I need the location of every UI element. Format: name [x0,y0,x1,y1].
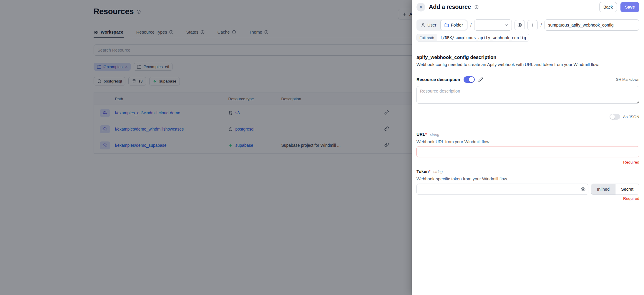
url-label: URL [416,132,425,137]
inlined-option[interactable]: Inlined [591,184,615,195]
info-icon [474,5,479,9]
url-help-text: Webhook URL from your Windmill flow. [416,139,639,144]
eye-icon [517,23,522,27]
secret-option[interactable]: Secret [615,184,639,195]
as-json-toggle[interactable] [610,114,620,120]
token-help-text: Webhook-specific token from your Windmil… [416,177,639,181]
owner-user-option[interactable]: User [417,20,440,30]
token-field-section: Token* string Webhook-specific token fro… [416,169,639,201]
add-resource-drawer: × Add a resource Back Save User Folder [412,0,644,295]
markdown-note: GH Markdown [616,78,639,82]
folder-select[interactable] [474,19,512,31]
drawer-title: Add a resource [429,4,471,10]
app-window: Resources WorkspaceResource TypesStatesC… [0,0,644,295]
required-star: * [425,132,427,137]
schema-description: Webhook config needed to create an Apify… [416,62,639,67]
token-label: Token [416,169,429,174]
full-path-label: Full path [416,34,437,42]
path-separator: / [540,22,542,28]
token-type-label: string [433,169,443,174]
required-star: * [429,169,431,174]
path-picker: User Folder / / [416,19,639,31]
url-field-section: URL* string Webhook URL from your Windmi… [416,132,639,164]
url-required-error: Required [416,160,639,164]
full-path: Full path f/DRK/sumptuous_apify_webhook_… [416,34,529,42]
owner-kind-toggle: User Folder [416,19,468,31]
resource-description-textarea[interactable] [416,86,639,104]
path-separator: / [470,22,472,28]
url-type-label: string [430,132,439,137]
add-folder-button[interactable] [527,20,538,30]
plus-icon [530,23,535,27]
token-input[interactable] [416,184,588,195]
description-label-row: Resource description GH Markdown [416,76,639,83]
schema-heading: apify_webhook_config description [416,55,639,60]
token-required-error: Required [416,196,639,201]
inlined-secret-toggle: Inlined Secret [591,184,639,195]
url-input[interactable] [416,146,639,157]
save-button[interactable]: Save [620,2,639,12]
description-toggle[interactable] [464,76,475,83]
folder-icon [444,23,449,27]
as-json-label: As JSON [623,115,639,119]
full-path-value: f/DRK/sumptuous_apify_webhook_config [437,34,530,42]
edit-pencil-icon[interactable] [478,77,483,82]
drawer-header: × Add a resource Back Save [412,0,644,14]
description-label: Resource description [416,77,460,82]
eye-icon[interactable] [581,187,585,192]
view-folder-button[interactable] [514,20,525,30]
resource-name-input[interactable] [545,19,639,31]
user-icon [421,23,425,27]
back-button[interactable]: Back [599,2,617,12]
owner-folder-option[interactable]: Folder [440,20,467,30]
close-drawer-button[interactable]: × [416,3,425,11]
chevron-down-icon [504,23,509,27]
as-json-row: As JSON [416,114,639,120]
